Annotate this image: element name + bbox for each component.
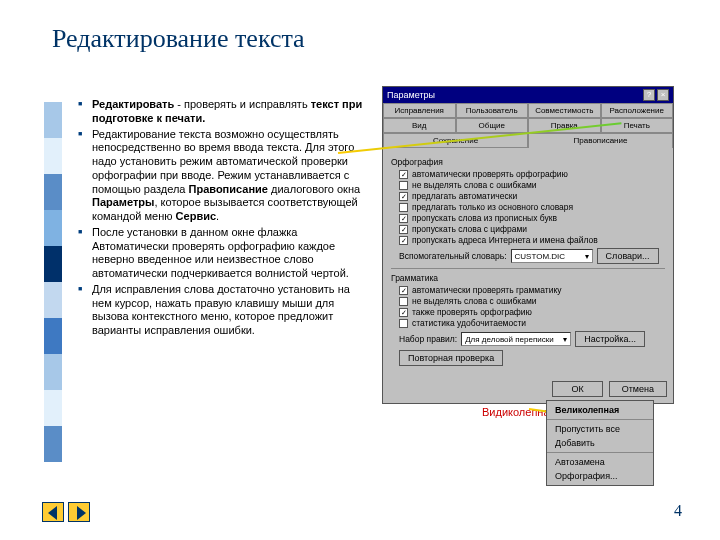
checkbox-row[interactable]: не выделять слова с ошибками — [391, 180, 665, 190]
dialog-titlebar: Параметры ? × — [383, 87, 673, 103]
recheck-button[interactable]: Повторная проверка — [399, 350, 503, 366]
help-icon[interactable]: ? — [643, 89, 655, 101]
context-menu: Великолепная Пропустить все Добавить Авт… — [546, 400, 654, 486]
checkbox[interactable] — [399, 297, 408, 306]
prev-slide-button[interactable] — [42, 502, 64, 522]
checkbox[interactable]: ✓ — [399, 286, 408, 295]
slide-title: Редактирование текста — [52, 24, 305, 54]
group-grammar: Грамматика — [391, 273, 665, 283]
checkbox[interactable] — [399, 181, 408, 190]
decorative-stripes — [44, 102, 62, 462]
checkbox[interactable]: ✓ — [399, 214, 408, 223]
checkbox-row[interactable]: ✓также проверять орфографию — [391, 307, 665, 317]
checkbox[interactable] — [399, 319, 408, 328]
nav-arrows — [42, 502, 90, 522]
checkbox-row[interactable]: ✓автоматически проверять грамматику — [391, 285, 665, 295]
cancel-button[interactable]: Отмена — [609, 381, 667, 397]
checkbox-row[interactable]: ✓пропускать слова из прописных букв — [391, 213, 665, 223]
chevron-down-icon: ▾ — [563, 335, 567, 344]
dialog-title: Параметры — [387, 90, 435, 100]
tab[interactable]: Печать — [601, 118, 674, 133]
tab[interactable]: Правописание — [528, 133, 673, 148]
settings-button[interactable]: Настройка... — [575, 331, 645, 347]
group-orthography: Орфография — [391, 157, 665, 167]
bullet-item: Для исправления слова достаточно установ… — [78, 283, 363, 338]
spelling-item[interactable]: Орфография... — [547, 469, 653, 483]
checkbox-row[interactable]: предлагать только из основного словаря — [391, 202, 665, 212]
tab[interactable]: Расположение — [601, 103, 674, 118]
bullet-item: Редактировать - проверять и исправлять т… — [78, 98, 363, 126]
dict-combo[interactable]: CUSTOM.DIC▾ — [511, 249, 593, 263]
close-icon[interactable]: × — [657, 89, 669, 101]
tab[interactable]: Пользователь — [456, 103, 529, 118]
checkbox-row[interactable]: ✓пропускать слова с цифрами — [391, 224, 665, 234]
checkbox-row[interactable]: ✓пропускать адреса Интернета и имена фай… — [391, 235, 665, 245]
bullet-item: Редактирование текста возможно осуществл… — [78, 128, 363, 224]
style-combo[interactable]: Для деловой переписки▾ — [461, 332, 571, 346]
tab[interactable]: Исправления — [383, 103, 456, 118]
ignore-all-item[interactable]: Пропустить все — [547, 422, 653, 436]
checkbox[interactable]: ✓ — [399, 192, 408, 201]
ok-button[interactable]: ОК — [552, 381, 602, 397]
checkbox[interactable]: ✓ — [399, 170, 408, 179]
checkbox-row[interactable]: не выделять слова с ошибками — [391, 296, 665, 306]
dict-label: Вспомогательный словарь: — [399, 251, 507, 261]
checkbox[interactable]: ✓ — [399, 308, 408, 317]
style-label: Набор правил: — [399, 334, 457, 344]
checkbox-row[interactable]: статистика удобочитаемости — [391, 318, 665, 328]
add-item[interactable]: Добавить — [547, 436, 653, 450]
tab[interactable]: Совместимость — [528, 103, 601, 118]
tab[interactable]: Вид — [383, 118, 456, 133]
page-number: 4 — [674, 502, 682, 520]
bullet-item: После установки в данном окне флажка Авт… — [78, 226, 363, 281]
checkbox-row[interactable]: ✓автоматически проверять орфографию — [391, 169, 665, 179]
checkbox-row[interactable]: ✓предлагать автоматически — [391, 191, 665, 201]
body-text: Редактировать - проверять и исправлять т… — [78, 98, 363, 340]
suggestion-item[interactable]: Великолепная — [547, 403, 653, 417]
next-slide-button[interactable] — [68, 502, 90, 522]
chevron-down-icon: ▾ — [585, 252, 589, 261]
autoreplace-item[interactable]: Автозамена — [547, 455, 653, 469]
tabs-row-1: ИсправленияПользовательСовместимостьРасп… — [383, 103, 673, 118]
checkbox[interactable]: ✓ — [399, 225, 408, 234]
dictionaries-button[interactable]: Словари... — [597, 248, 659, 264]
tab[interactable]: Общие — [456, 118, 529, 133]
checkbox[interactable] — [399, 203, 408, 212]
checkbox[interactable]: ✓ — [399, 236, 408, 245]
